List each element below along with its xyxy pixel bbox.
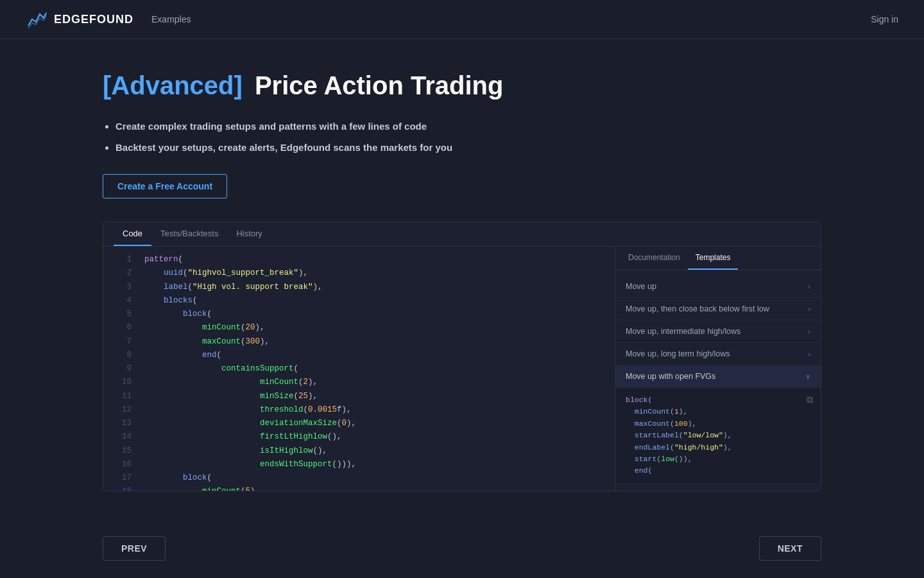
footer-nav: PREV NEXT — [0, 523, 924, 574]
code-line: 6 minCount(20), — [103, 321, 615, 335]
code-line: 11 minSize(25), — [103, 390, 615, 403]
copy-icon[interactable]: ⧉ — [807, 393, 813, 407]
code-line: 10 minCount(2), — [103, 376, 615, 389]
nav-examples[interactable]: Examples — [151, 14, 191, 24]
tab-templates[interactable]: Templates — [688, 247, 739, 270]
sign-in-button[interactable]: Sign in — [871, 14, 898, 24]
create-account-button[interactable]: Create a Free Account — [103, 174, 227, 198]
sub-template-code: ⧉ block( minCount(1), maxCount(100), sta… — [615, 388, 821, 484]
feature-list: Create complex trading setups and patter… — [103, 119, 821, 155]
chevron-right-icon: › — [808, 350, 810, 358]
code-line: 2 uuid("highvol_support_break"), — [103, 267, 615, 280]
tab-history[interactable]: History — [227, 222, 271, 246]
panel-tabs: Code Tests/Backtests History — [103, 222, 821, 247]
template-item-3[interactable]: Move up, intermediate high/lows › — [615, 320, 821, 343]
template-item-4[interactable]: Move up, long term high/lows › — [615, 343, 821, 365]
panel-body: 1 pattern( 2 uuid("highvol_support_break… — [103, 247, 821, 491]
code-line: 1 pattern( — [103, 253, 615, 267]
code-line: 16 endsWithSupport())), — [103, 458, 615, 471]
template-item-2[interactable]: Move up, then close back below first low… — [615, 298, 821, 320]
next-button[interactable]: NEXT — [759, 536, 821, 561]
tab-documentation[interactable]: Documentation — [620, 247, 688, 270]
chevron-right-icon: › — [808, 305, 810, 313]
code-line: 15 isItHighlow(), — [103, 444, 615, 458]
template-item-5[interactable]: Move up with open FVGs ∨ — [615, 365, 821, 388]
chevron-right-icon: › — [808, 328, 810, 335]
tab-code[interactable]: Code — [114, 222, 151, 246]
code-line: 14 firstLtHighlow(), — [103, 430, 615, 444]
code-line: 5 block( — [103, 308, 615, 321]
right-panel: Documentation Templates Move up › Move u… — [615, 247, 821, 491]
code-line: 4 blocks( — [103, 294, 615, 308]
code-line: 17 block( — [103, 471, 615, 485]
bullet-1: Create complex trading setups and patter… — [116, 119, 821, 134]
code-line: 12 threshold(0.0015f), — [103, 403, 615, 417]
code-line: 13 deviationMaxSize(0), — [103, 417, 615, 430]
logo-icon — [26, 8, 49, 31]
tab-tests[interactable]: Tests/Backtests — [151, 222, 227, 246]
templates-list: Move up › Move up, then close back below… — [615, 270, 821, 491]
code-line: 9 containsSupport( — [103, 362, 615, 376]
logo-text: EDGEFOUND — [54, 13, 133, 26]
advanced-tag: [Advanced] — [103, 71, 243, 100]
code-line: 18 minCount(5), — [103, 485, 615, 491]
code-line: 7 maxCount(300), — [103, 335, 615, 349]
chevron-right-icon: › — [808, 283, 810, 290]
logo-area: EDGEFOUND Examples — [26, 8, 191, 31]
code-editor[interactable]: 1 pattern( 2 uuid("highvol_support_break… — [103, 247, 615, 491]
bullet-2: Backtest your setups, create alerts, Edg… — [116, 141, 821, 155]
code-line: 3 label("High vol. support break"), — [103, 281, 615, 294]
code-panel: Code Tests/Backtests History 1 pattern( … — [103, 222, 821, 491]
code-line: 8 end( — [103, 349, 615, 362]
template-item-1[interactable]: Move up › — [615, 276, 821, 298]
chevron-down-icon: ∨ — [805, 372, 810, 381]
prev-button[interactable]: PREV — [103, 536, 166, 561]
page-title: [Advanced] Price Action Trading — [103, 71, 821, 100]
right-panel-tabs: Documentation Templates — [615, 247, 821, 270]
